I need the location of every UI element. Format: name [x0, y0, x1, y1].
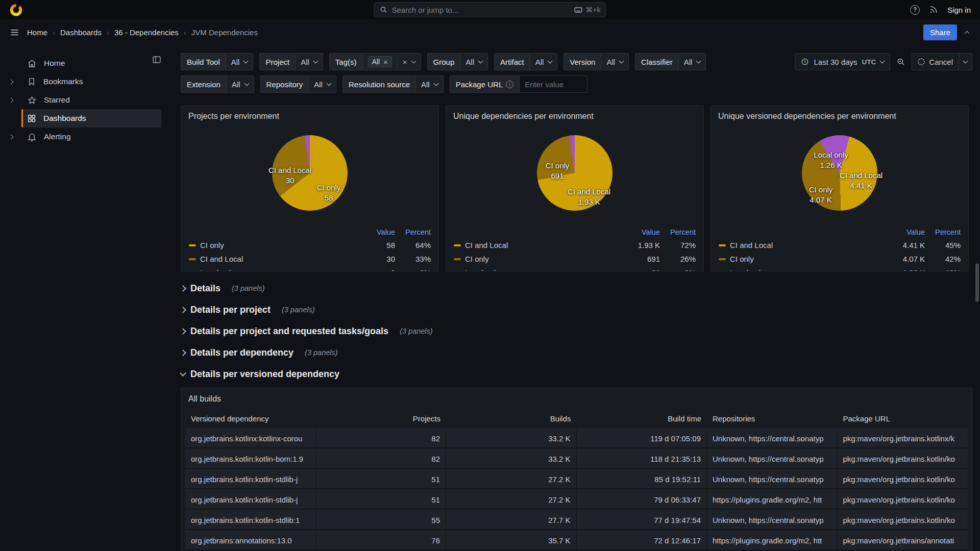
- breadcrumb-current-dashboard: JVM Dependencies: [191, 28, 258, 37]
- breadcrumb-dashboards[interactable]: Dashboards: [60, 28, 102, 37]
- panel-title[interactable]: Unique dependencies per environment: [446, 106, 703, 121]
- filter-value-dropdown[interactable]: All: [601, 54, 628, 70]
- series-label[interactable]: Local only: [200, 268, 235, 271]
- sidebar-item-home[interactable]: Home: [0, 54, 168, 72]
- legend-header-value[interactable]: Value: [354, 228, 395, 236]
- breadcrumb-folder[interactable]: 36 - Dependencies: [114, 28, 179, 37]
- row-details-per-versioned-dependency[interactable]: Details per versioned dependency: [181, 363, 972, 385]
- expand-chevron-icon[interactable]: [0, 98, 21, 102]
- filter-value-dropdown[interactable]: All: [226, 54, 253, 70]
- table-row[interactable]: org.jetbrains.kotlin:kotlin-bom:1.9 82 3…: [185, 448, 968, 469]
- legend-row[interactable]: CI only 4.07 K 42%: [719, 252, 961, 266]
- clear-tags-dropdown[interactable]: ×: [397, 54, 421, 70]
- legend-header-value[interactable]: Value: [884, 228, 925, 236]
- series-label[interactable]: Local only: [730, 268, 765, 271]
- column-header-repositories[interactable]: Repositories: [707, 414, 838, 423]
- clear-icon[interactable]: ×: [403, 58, 407, 66]
- chevron-up-button[interactable]: [965, 30, 971, 35]
- column-header-versioned-dependency[interactable]: Versioned dependency: [185, 414, 316, 423]
- table-row[interactable]: org.jetbrains:annotations:13.0 76 35.7 K…: [185, 530, 968, 550]
- pie-chart[interactable]: [272, 135, 348, 211]
- vertical-scrollbar: [975, 45, 980, 551]
- share-button[interactable]: Share: [923, 24, 957, 40]
- row-details-per-dependency[interactable]: Details per dependency (3 panels): [181, 342, 972, 363]
- scrollbar-thumb[interactable]: [975, 263, 979, 302]
- info-icon[interactable]: i: [506, 81, 513, 88]
- table-row[interactable]: org.jetbrains.kotlinx:kotlinx-corou 82 3…: [185, 428, 968, 448]
- filter-value-dropdown[interactable]: All: [530, 54, 557, 70]
- grafana-logo-icon[interactable]: [9, 3, 23, 17]
- expand-chevron-icon[interactable]: [0, 80, 21, 84]
- legend-header-percent[interactable]: Percent: [660, 228, 696, 236]
- cancel-refresh-button[interactable]: Cancel: [912, 54, 959, 70]
- panel-title[interactable]: Projects per environment: [181, 106, 438, 121]
- legend-row[interactable]: CI and Local 1.93 K 72%: [454, 238, 696, 252]
- filter-package-url: Package URL i: [450, 76, 588, 93]
- sidebar-item-alerting[interactable]: Alerting: [0, 128, 168, 146]
- table-row[interactable]: org.jetbrains.kotlin:kotlin-stdlib:1 55 …: [185, 510, 968, 530]
- cell-repositories: https://plugins.gradle.org/m2, htt: [707, 530, 838, 550]
- series-label[interactable]: CI and Local: [730, 241, 773, 249]
- legend-header-percent[interactable]: Percent: [395, 228, 431, 236]
- series-label[interactable]: CI only: [730, 255, 754, 263]
- news-rss-icon[interactable]: [929, 5, 938, 14]
- column-header-build-time[interactable]: Build time: [577, 414, 707, 423]
- filter-value-dropdown[interactable]: All: [460, 54, 487, 70]
- filter-value-dropdown[interactable]: All ×: [363, 54, 397, 70]
- table-row[interactable]: org.jetbrains.kotlin:kotlin-stdlib-j 51 …: [185, 469, 968, 489]
- legend-header-value[interactable]: Value: [619, 228, 660, 236]
- series-label[interactable]: CI and Local: [200, 255, 243, 263]
- series-label[interactable]: CI only: [200, 241, 224, 249]
- filter-value-dropdown[interactable]: All: [227, 76, 254, 92]
- column-header-projects[interactable]: Projects: [316, 414, 447, 423]
- remove-tag-icon[interactable]: ×: [383, 58, 388, 66]
- search-input[interactable]: [392, 6, 570, 14]
- legend-row[interactable]: Local only 1.26 K 13%: [719, 266, 961, 271]
- time-range-picker[interactable]: Last 30 days UTC: [795, 53, 890, 70]
- pie-chart[interactable]: [802, 135, 877, 211]
- legend-header-percent[interactable]: Percent: [925, 228, 961, 236]
- row-details-per-project[interactable]: Details per project (3 panels): [181, 299, 972, 320]
- filter-label: Build Tool: [181, 54, 226, 70]
- hamburger-menu-icon[interactable]: [9, 27, 20, 38]
- sidebar-item-bookmarks[interactable]: Bookmarks: [0, 72, 168, 91]
- section-panel-count: (3 panels): [400, 327, 432, 335]
- sidebar-item-dashboards[interactable]: Dashboards: [0, 109, 168, 128]
- panel-unique-dependencies-per-environment: Unique dependencies per environment CI o…: [446, 105, 704, 271]
- cell-repositories: https://plugins.gradle.org/m2, htt: [707, 489, 838, 510]
- refresh-interval-dropdown[interactable]: [959, 54, 972, 70]
- table-row[interactable]: org.jetbrains.kotlin:kotlin-stdlib-j 51 …: [185, 489, 968, 510]
- legend-row[interactable]: CI only 58 64%: [189, 238, 431, 252]
- column-header-package-url[interactable]: Package URL: [838, 414, 968, 423]
- panel-title[interactable]: Unique versioned dependencies per enviro…: [711, 106, 968, 121]
- legend-row[interactable]: CI only 691 26%: [454, 252, 696, 266]
- package-url-input[interactable]: [520, 76, 587, 92]
- row-details[interactable]: Details (3 panels): [181, 278, 972, 299]
- filter-value-dropdown[interactable]: All: [679, 54, 706, 70]
- sidebar-item-label: Dashboards: [43, 114, 86, 123]
- legend-row[interactable]: Local only 2 2%: [189, 266, 431, 271]
- zoom-out-button[interactable]: [894, 55, 908, 68]
- global-search[interactable]: ⌘+k: [374, 2, 606, 17]
- legend-row[interactable]: CI and Local 30 33%: [189, 252, 431, 266]
- series-label[interactable]: CI only: [465, 255, 489, 263]
- selected-tag-chip[interactable]: All ×: [368, 56, 392, 67]
- filter-value-dropdown[interactable]: All: [309, 76, 336, 92]
- series-label[interactable]: Local only: [465, 268, 500, 271]
- sidebar-item-label: Alerting: [44, 132, 71, 141]
- column-header-builds[interactable]: Builds: [446, 414, 577, 423]
- sidebar-item-starred[interactable]: Starred: [0, 91, 168, 109]
- series-label[interactable]: CI and Local: [465, 241, 508, 249]
- sign-in-button[interactable]: Sign in: [947, 6, 971, 14]
- filter-value-dropdown[interactable]: All: [296, 54, 323, 70]
- legend-row[interactable]: Local only 61 2%: [454, 266, 696, 271]
- breadcrumb-home[interactable]: Home: [27, 28, 47, 37]
- panel-title[interactable]: All builds: [181, 388, 972, 404]
- filter-value-dropdown[interactable]: All: [416, 76, 443, 92]
- help-icon[interactable]: ?: [910, 5, 920, 15]
- pie-chart[interactable]: [537, 135, 612, 211]
- row-details-per-project-and-tasks[interactable]: Details per project and requested tasks/…: [181, 320, 972, 342]
- dock-sidebar-icon[interactable]: [152, 55, 161, 64]
- expand-chevron-icon[interactable]: [0, 135, 21, 139]
- legend-row[interactable]: CI and Local 4.41 K 45%: [719, 238, 961, 252]
